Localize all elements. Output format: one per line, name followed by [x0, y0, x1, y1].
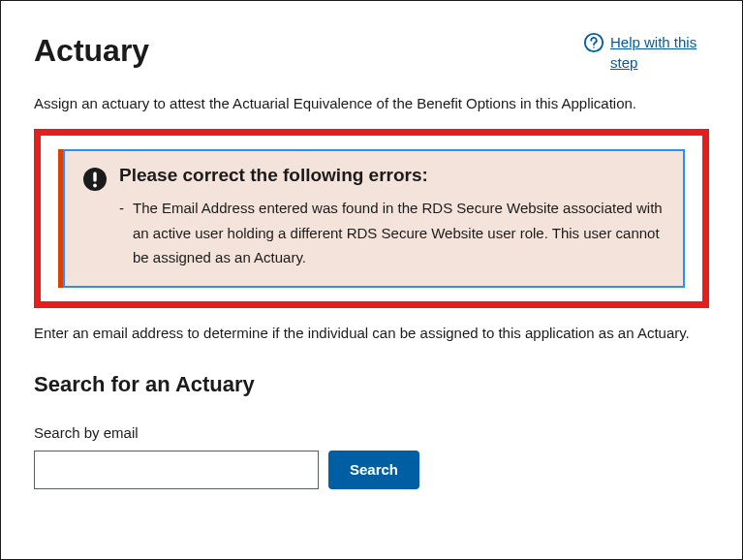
search-button[interactable]: Search	[328, 451, 419, 489]
help-icon	[583, 32, 604, 53]
instruction-text: Enter an email address to determine if t…	[34, 322, 709, 345]
intro-text: Assign an actuary to attest the Actuaria…	[34, 92, 709, 115]
page-title: Actuary	[34, 32, 149, 69]
alert-content: Please correct the following errors: The…	[119, 165, 666, 270]
svg-point-1	[593, 47, 595, 48]
error-icon	[82, 167, 108, 192]
svg-rect-3	[93, 172, 96, 182]
svg-point-4	[93, 184, 97, 188]
search-row: Search	[34, 451, 709, 489]
error-alert: Please correct the following errors: The…	[58, 149, 685, 288]
search-heading: Search for an Actuary	[34, 372, 709, 397]
search-input[interactable]	[34, 451, 319, 489]
alert-error-item: The Email Address entered was found in t…	[119, 196, 666, 270]
help-link-label: Help with this step	[610, 32, 709, 73]
page-container: Actuary Help with this step Assign an ac…	[0, 0, 743, 560]
alert-heading: Please correct the following errors:	[119, 165, 666, 186]
error-highlight-frame: Please correct the following errors: The…	[34, 129, 709, 308]
search-label: Search by email	[34, 424, 709, 441]
alert-error-list: The Email Address entered was found in t…	[119, 196, 666, 270]
header-row: Actuary Help with this step	[34, 32, 709, 73]
help-link[interactable]: Help with this step	[583, 32, 709, 73]
